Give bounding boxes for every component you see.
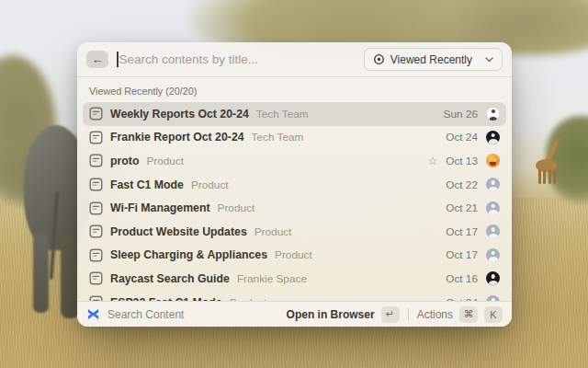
- list-item[interactable]: Product Website Updates Product Oct 17: [83, 220, 506, 244]
- item-subtitle: Product: [254, 225, 292, 238]
- list-item[interactable]: Wi-Fi Management Product Oct 21: [83, 196, 506, 220]
- item-title: Fast C1 Mode: [110, 178, 184, 191]
- giraffe-leg: [548, 169, 551, 184]
- list-item[interactable]: Sleep Charging & Appliances Product Oct …: [83, 244, 506, 268]
- item-title: Frankie Report Oct 20-24: [110, 131, 244, 144]
- item-date: Oct 17: [446, 225, 478, 238]
- search-header: ← Viewed Recently: [77, 42, 512, 77]
- k-key-icon: K: [484, 306, 503, 323]
- footer-bar: Search Content Open in Browser ↵ Actions…: [77, 301, 512, 327]
- document-icon: [89, 271, 103, 285]
- item-date: Oct 13: [446, 155, 478, 167]
- list-item[interactable]: ESP32 Fast C1 Mode Product Oct 24: [83, 291, 506, 301]
- giraffe-leg: [538, 169, 541, 184]
- item-accessories: Oct 17: [446, 248, 500, 262]
- avatar: [486, 201, 500, 215]
- document-icon: [89, 248, 103, 262]
- search-input[interactable]: [119, 52, 356, 66]
- list-item[interactable]: Weekly Reports Oct 20-24 Tech Team Sun 2…: [83, 102, 506, 126]
- item-subtitle: Product: [275, 248, 312, 261]
- item-accessories: Oct 17: [446, 224, 500, 238]
- back-button[interactable]: ←: [86, 51, 108, 68]
- avatar: [486, 131, 500, 144]
- divider: [408, 308, 409, 320]
- elephant-leg: [33, 232, 49, 313]
- item-date: Oct 16: [446, 272, 478, 285]
- document-icon: [89, 131, 103, 144]
- document-icon: [89, 201, 103, 215]
- avatar: [486, 107, 500, 121]
- results-list: Weekly Reports Oct 20-24 Tech Team Sun 2…: [77, 100, 512, 301]
- list-item[interactable]: Frankie Report Oct 20-24 Tech Team Oct 2…: [83, 126, 506, 150]
- text-caret: [117, 52, 119, 67]
- item-title: proto: [110, 155, 139, 167]
- elephant-leg: [61, 236, 79, 318]
- giraffe-leg: [543, 169, 546, 184]
- item-title: Wi-Fi Management: [110, 201, 210, 214]
- section-header: Viewed Recently (20/20): [77, 77, 512, 100]
- item-subtitle: Tech Team: [256, 108, 309, 121]
- app-logo-icon: [86, 307, 100, 321]
- avatar: [486, 154, 500, 167]
- item-accessories: Oct 21: [446, 201, 500, 215]
- item-title: Sleep Charging & Appliances: [110, 248, 267, 261]
- list-item[interactable]: Raycast Search Guide Frankie Space Oct 1…: [83, 267, 506, 291]
- item-accessories: Oct 22: [446, 178, 500, 191]
- avatar: [486, 224, 500, 238]
- avatar: [486, 248, 500, 262]
- item-date: Oct 21: [446, 201, 478, 214]
- avatar: [486, 271, 500, 285]
- avatar: [486, 178, 500, 191]
- item-title: Weekly Reports Oct 20-24: [110, 108, 249, 121]
- star-icon: ☆: [427, 155, 437, 167]
- list-item[interactable]: Fast C1 Mode Product Oct 22: [83, 173, 506, 197]
- document-icon: [89, 178, 103, 191]
- document-icon: [89, 224, 103, 238]
- item-accessories: Oct 24: [446, 131, 500, 144]
- footer-actions: Open in Browser ↵ Actions ⌘ K: [287, 306, 503, 323]
- item-subtitle: Product: [218, 201, 255, 214]
- command-key-icon: ⌘: [459, 306, 478, 323]
- item-subtitle: Product: [146, 155, 184, 167]
- item-subtitle: Frankie Space: [237, 272, 307, 285]
- item-accessories: ☆ Oct 13: [427, 154, 500, 167]
- item-title: Raycast Search Guide: [110, 272, 230, 285]
- eye-icon: [373, 53, 385, 65]
- item-date: Sun 26: [444, 108, 478, 121]
- item-accessories: Oct 16: [446, 271, 500, 285]
- document-icon: [89, 154, 103, 167]
- actions-button[interactable]: Actions: [417, 308, 453, 321]
- item-date: Oct 24: [446, 131, 478, 144]
- item-title: Product Website Updates: [110, 225, 247, 238]
- giraffe-head: [554, 138, 561, 143]
- item-subtitle: Product: [191, 178, 229, 191]
- list-item[interactable]: proto Product ☆ Oct 13: [83, 149, 506, 173]
- filter-dropdown-label: Viewed Recently: [390, 53, 472, 66]
- launcher-window: ← Viewed Recently Viewed Recently (20/20…: [77, 42, 512, 327]
- item-date: Oct 17: [446, 248, 478, 261]
- item-date: Oct 22: [446, 178, 478, 191]
- return-key-icon: ↵: [381, 306, 400, 323]
- document-icon: [89, 107, 103, 121]
- command-title: Search Content: [107, 308, 184, 321]
- open-in-browser-button[interactable]: Open in Browser: [287, 308, 375, 321]
- avatar: [486, 295, 500, 301]
- chevron-down-icon: [485, 57, 493, 63]
- item-subtitle: Tech Team: [252, 131, 304, 144]
- item-accessories: Sun 26: [444, 107, 500, 121]
- search-field-wrap: [117, 52, 356, 67]
- filter-dropdown[interactable]: Viewed Recently: [364, 48, 503, 71]
- giraffe-leg: [553, 169, 556, 184]
